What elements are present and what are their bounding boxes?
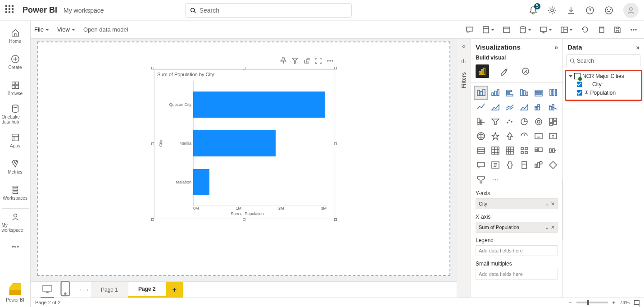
layout-icon[interactable] [560,26,568,34]
chevron-down-icon[interactable] [549,29,552,31]
global-search-input[interactable] [200,7,347,14]
page-tab-2[interactable]: Page 2 [128,282,166,298]
viz-type-option[interactable] [532,130,545,142]
next-page[interactable]: › [84,282,91,298]
viz-type-option[interactable] [518,87,531,99]
chevron-down-icon[interactable] [569,29,573,31]
viz-type-option[interactable] [547,87,559,99]
remove-field[interactable]: ✕ [551,225,555,230]
filters-pane-collapsed[interactable]: « Filters [457,39,471,298]
chevron-down-icon[interactable]: ⌄ [545,225,549,230]
data-search[interactable]: Search [567,55,640,67]
viz-type-option[interactable] [532,159,545,171]
build-visual-tab[interactable] [476,64,489,78]
more-icon[interactable] [327,57,334,64]
desktop-view-toggle[interactable] [42,285,52,295]
viz-type-option[interactable] [547,130,559,142]
y-axis-well[interactable]: City⌄✕ [476,198,558,209]
viz-type-option[interactable] [475,115,487,128]
fit-to-page[interactable] [634,300,639,305]
viz-type-option[interactable] [518,115,531,128]
metrics-nav[interactable]: Metrics [2,154,29,179]
more-icon[interactable] [630,26,638,34]
field-city[interactable]: City [567,80,640,88]
checkbox-icon[interactable] [577,90,582,96]
feedback-button[interactable] [604,6,613,15]
viz-type-option[interactable] [489,87,502,99]
viz-type-option[interactable] [475,173,487,186]
chevron-down-icon[interactable] [491,29,494,31]
viz-type-option[interactable] [475,87,487,99]
myworkspace-nav[interactable]: My workspace [2,208,29,233]
format-visual-tab[interactable] [497,64,511,78]
pin-icon[interactable] [280,57,287,64]
expand-filters[interactable]: « [462,42,466,50]
refresh-icon[interactable] [581,26,589,34]
viz-type-option[interactable] [518,159,531,171]
viz-type-option[interactable] [518,144,531,157]
viz-type-option[interactable] [547,115,559,128]
zoom-in[interactable]: + [612,300,615,305]
viz-type-option[interactable] [489,159,502,171]
viz-type-option[interactable] [532,87,545,99]
filter-icon[interactable] [291,57,299,64]
dataset-icon[interactable] [519,26,527,34]
report-canvas[interactable]: Sum of Population by City City Quezon Ci… [37,41,450,276]
focus-icon[interactable] [315,57,322,64]
chevron-down-icon[interactable] [528,29,531,31]
bar-chart-visual[interactable]: Sum of Population by City City Quezon Ci… [154,69,334,218]
collapse-data-pane[interactable]: » [636,44,639,51]
duplicate-icon[interactable] [597,26,605,34]
collapse-viz-pane[interactable]: » [554,44,558,51]
viz-type-option[interactable] [532,115,545,128]
download-button[interactable] [567,6,576,15]
viz-type-option[interactable] [489,144,502,157]
settings-button[interactable] [548,6,557,15]
viz-type-option[interactable] [532,101,545,114]
page-tab-1[interactable]: Page 1 [91,282,128,298]
bar[interactable] [193,92,325,118]
account-avatar[interactable] [623,3,639,18]
prev-page[interactable]: ‹ [77,282,84,298]
file-menu[interactable]: File [34,26,49,33]
viz-type-option[interactable] [518,130,531,142]
viz-type-option[interactable] [489,101,502,114]
checkbox-icon[interactable] [577,82,582,87]
viz-type-option[interactable] [475,144,487,157]
chevron-down-icon[interactable]: ⌄ [545,201,549,207]
viz-type-option[interactable] [547,101,559,114]
viz-type-option[interactable] [503,130,516,142]
viz-type-option[interactable]: ⋯ [489,173,502,186]
save-icon[interactable] [613,26,621,34]
app-launcher[interactable] [5,5,16,16]
bar[interactable] [193,130,276,156]
x-axis-well[interactable]: Sum of Population⌄✕ [476,222,558,233]
legend-well[interactable]: Add data fields here [476,245,558,256]
create-nav[interactable]: Create [2,50,29,74]
analytics-tab[interactable] [519,64,532,78]
viz-type-option[interactable] [532,144,545,157]
viz-type-option[interactable] [475,130,487,142]
present-icon[interactable] [540,26,548,34]
viz-type-option[interactable] [503,159,516,171]
viz-type-option[interactable] [489,130,502,142]
viz-type-option[interactable] [503,144,516,157]
view-menu[interactable]: View [57,26,75,33]
global-search[interactable] [185,3,352,18]
explore-icon[interactable] [303,57,310,64]
zoom-out[interactable]: − [569,300,571,305]
onelake-nav[interactable]: OneLake data hub [2,102,29,126]
apps-nav[interactable]: Apps [2,128,29,152]
viz-type-option[interactable] [547,159,559,171]
notifications-button[interactable]: 5 [529,6,538,15]
table-tree-item[interactable]: NCR Major Cities [567,72,640,80]
more-nav[interactable] [2,234,29,259]
field-population[interactable]: Σ Population [567,88,640,97]
viz-type-option[interactable] [475,159,487,171]
viz-type-option[interactable] [547,144,559,157]
workspaces-nav[interactable]: Workspaces [2,180,29,205]
bookmark-icon[interactable] [482,26,490,34]
remove-field[interactable]: ✕ [551,201,555,207]
add-page-button[interactable]: + [166,282,183,298]
comment-icon[interactable] [466,26,474,34]
